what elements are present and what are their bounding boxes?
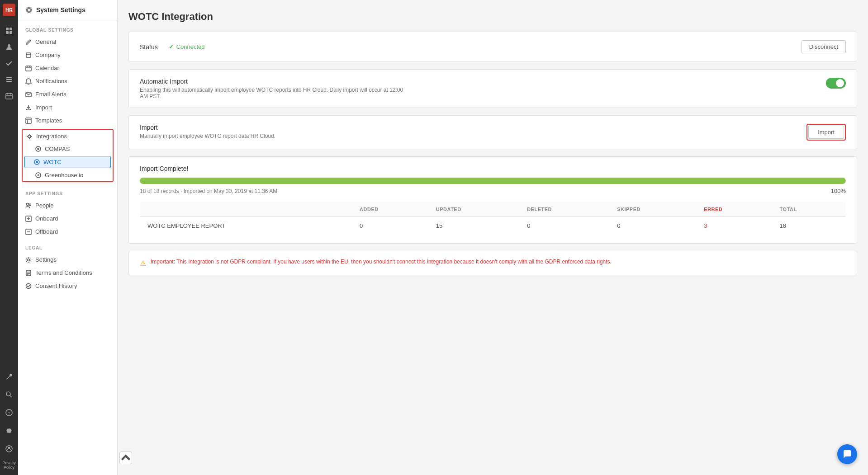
sidebar-item-integrations[interactable]: Integrations	[23, 130, 113, 143]
svg-point-18	[28, 9, 30, 11]
svg-point-12	[6, 392, 10, 396]
svg-rect-7	[6, 81, 12, 82]
sidebar-item-general-label: General	[35, 38, 56, 45]
sidebar-subitem-compas-label: COMPAS	[45, 146, 70, 152]
svg-point-45	[28, 259, 30, 261]
auto-import-description: Enabling this will automatically import …	[140, 87, 411, 99]
sidebar-item-onboard[interactable]: Onboard	[18, 212, 117, 225]
svg-point-37	[36, 161, 38, 163]
list-icon[interactable]	[2, 72, 16, 87]
svg-point-35	[38, 148, 39, 150]
help-icon[interactable]: ?	[2, 405, 16, 420]
import-table: ADDED UPDATED DELETED SKIPPED ERRED TOTA…	[140, 202, 846, 235]
sidebar-item-settings-label: Settings	[35, 256, 57, 263]
sidebar-item-consent[interactable]: Consent History	[18, 279, 117, 292]
toggle-slider	[826, 78, 846, 89]
row-added: 0	[352, 217, 429, 235]
sidebar-item-terms[interactable]: Terms and Conditions	[18, 266, 117, 279]
sidebar-item-consent-label: Consent History	[35, 282, 77, 289]
col-deleted: DELETED	[520, 202, 610, 217]
email-icon	[25, 91, 32, 98]
disconnect-button[interactable]: Disconnect	[802, 40, 846, 53]
gear-icon[interactable]	[2, 423, 16, 438]
status-label: Status	[140, 43, 158, 51]
import-complete-card: Import Complete! 18 of 18 records · Impo…	[128, 156, 857, 244]
import-text: Import Manually import employee WOTC rep…	[140, 124, 275, 139]
settings-sidebar-icon	[25, 257, 32, 263]
sidebar-item-company-label: Company	[35, 52, 61, 58]
svg-rect-1	[9, 28, 12, 30]
person-circle-icon[interactable]	[2, 442, 16, 456]
progress-bar-background	[140, 178, 846, 184]
sidebar-item-import-label: Import	[35, 104, 52, 111]
sidebar-item-company[interactable]: Company	[18, 48, 117, 61]
main-content: WOTC Integration Status Connected Discon…	[118, 0, 868, 475]
chat-icon	[843, 450, 852, 459]
warning-icon: ⚠	[140, 259, 146, 268]
grid-icon[interactable]	[2, 24, 16, 38]
scroll-up-button[interactable]	[119, 451, 132, 464]
person-icon[interactable]	[2, 40, 16, 54]
records-info: 18 of 18 records · Imported on May 30, 2…	[140, 188, 277, 194]
sidebar-header: System Settings	[18, 0, 117, 20]
status-row: Status Connected Disconnect	[129, 32, 857, 61]
chat-bubble[interactable]	[837, 444, 857, 464]
table-row: WOTC EMPLOYEE REPORT 0 15 0 0 3 18	[140, 217, 846, 235]
sidebar-item-email-alerts[interactable]: Email Alerts	[18, 88, 117, 101]
svg-rect-5	[6, 77, 12, 78]
auto-import-content: Automatic Import Enabling this will auto…	[129, 70, 857, 108]
warning-text: Important: This Integration is not GDPR …	[151, 259, 612, 265]
icon-rail: HR ? PrivacyPolicy	[0, 0, 18, 475]
svg-rect-6	[6, 79, 12, 80]
status-card: Status Connected Disconnect	[128, 32, 857, 62]
sidebar-item-general[interactable]: General	[18, 35, 117, 48]
sidebar-item-offboard[interactable]: Offboard	[18, 225, 117, 238]
import-complete-title: Import Complete!	[140, 165, 846, 172]
settings-icon	[25, 6, 33, 14]
legal-label: LEGAL	[18, 238, 117, 253]
page-title: WOTC Integration	[128, 11, 857, 23]
global-settings-label: GLOBAL SETTINGS	[18, 20, 117, 35]
row-skipped: 0	[610, 217, 697, 235]
auto-import-toggle[interactable]	[826, 78, 846, 89]
company-icon	[25, 52, 32, 58]
auto-import-card: Automatic Import Enabling this will auto…	[128, 69, 857, 108]
sidebar-subitem-wotc[interactable]: WOTC	[24, 156, 111, 168]
sidebar-item-notifications[interactable]: Notifications	[18, 75, 117, 88]
auto-import-title: Automatic Import	[140, 78, 411, 85]
import-button-wrapper: Import	[806, 124, 846, 141]
onboard-icon	[25, 216, 32, 222]
check-icon[interactable]	[2, 56, 16, 71]
greenhouse-icon	[35, 172, 41, 178]
calendar-icon[interactable]	[2, 89, 16, 103]
svg-rect-26	[26, 118, 31, 123]
row-updated: 15	[429, 217, 520, 235]
wrench-icon[interactable]	[2, 369, 16, 384]
sidebar-subitem-greenhouse[interactable]: Greenhouse.io	[23, 169, 113, 181]
row-deleted: 0	[520, 217, 610, 235]
col-added: ADDED	[352, 202, 429, 217]
sidebar-subitem-compas[interactable]: COMPAS	[23, 143, 113, 155]
auto-import-text: Automatic Import Enabling this will auto…	[140, 78, 411, 99]
search-icon[interactable]	[2, 387, 16, 402]
sidebar-item-terms-label: Terms and Conditions	[35, 269, 92, 276]
import-table-body: WOTC EMPLOYEE REPORT 0 15 0 0 3 18	[140, 217, 846, 235]
sidebar-item-import[interactable]: Import	[18, 101, 117, 114]
import-button[interactable]: Import	[808, 126, 844, 139]
people-icon	[25, 202, 32, 209]
sidebar-item-people[interactable]: People	[18, 199, 117, 212]
col-name	[140, 202, 353, 217]
sidebar-item-templates[interactable]: Templates	[18, 114, 117, 127]
chevron-up-icon	[120, 452, 132, 464]
sidebar-item-settings[interactable]: Settings	[18, 253, 117, 266]
offboard-icon	[25, 229, 32, 235]
progress-info: 18 of 18 records · Imported on May 30, 2…	[140, 188, 846, 194]
import-card: Import Manually import employee WOTC rep…	[128, 115, 857, 149]
svg-rect-21	[26, 66, 31, 71]
svg-rect-3	[9, 31, 12, 34]
sidebar-item-calendar[interactable]: Calendar	[18, 61, 117, 75]
app-settings-label: APP SETTINGS	[18, 184, 117, 199]
svg-text:?: ?	[8, 411, 10, 415]
warning-content: ⚠ Important: This Integration is not GDP…	[129, 251, 857, 275]
row-total: 18	[773, 217, 846, 235]
